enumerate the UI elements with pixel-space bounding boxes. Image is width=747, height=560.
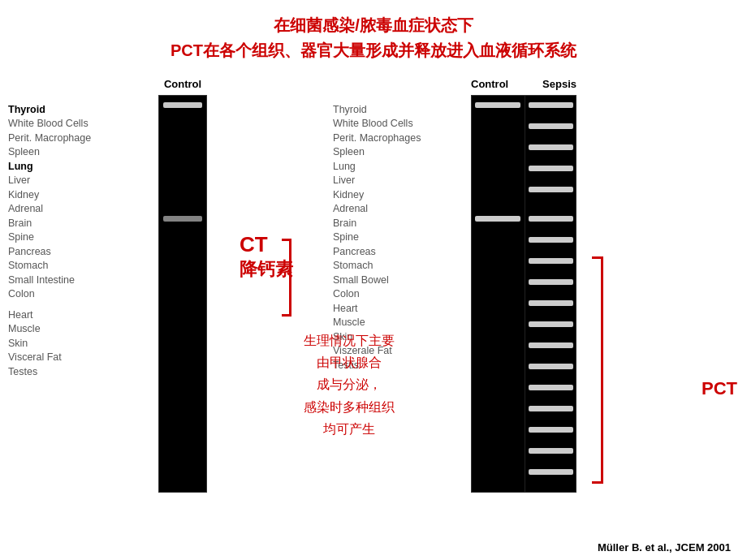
left-gel-band [163,216,202,222]
left-label-item: Stomach [8,259,146,274]
dual-label: Control Sepsis [471,78,576,90]
right-sepsis-band [529,448,573,454]
right-label-item: Lung [333,159,459,174]
left-label-item: Thyroid [8,102,146,117]
right-sepsis-band [529,385,573,390]
pct-label: PCT [702,378,737,399]
title-line2: PCT在各个组织、器官大量形成并释放进入血液循环系统 [16,40,731,62]
left-label-item: Colon [8,287,146,302]
left-label-item: Spleen [8,145,146,160]
left-label-item: Lung [8,159,146,174]
left-control-label: Control [164,78,201,90]
left-label-item: Brain [8,216,146,230]
left-label-item: Spine [8,230,146,245]
left-label-item: Heart [8,308,146,322]
right-label-item: Perit. Macrophages [333,131,459,145]
right-label-item: Thyroid [333,102,459,117]
left-label-item: Small Intestine [8,273,146,287]
ct-sub-label: 降钙素 [240,257,293,282]
right-sepsis-band [529,102,573,108]
right-sepsis-label: Sepsis [542,78,576,90]
right-label-item: Adrenal [333,202,459,217]
right-label-item: Pancreas [333,244,459,259]
middle-annotation: 生理情况下主要 由甲状腺合 成与分泌， 感染时多种组织 均可产生 [268,330,430,440]
left-gel-band [163,102,202,108]
left-label-item: Perit. Macrophage [8,131,146,145]
title-line1: 在细菌感染/脓毒血症状态下 [16,15,731,37]
right-label-item: Spleen [333,145,459,160]
right-label-list: ThyroidWhite Blood CellsPerit. Macrophag… [333,78,459,373]
left-label-item: Kidney [8,187,146,202]
right-gel-area: Control Sepsis [459,78,589,493]
left-label-list: ThyroidWhite Blood CellsPerit. Macrophag… [8,78,146,379]
right-label-item: White Blood Cells [333,117,459,131]
right-sepsis-band [529,187,573,192]
left-label-item: White Blood Cells [8,117,146,131]
right-label-item: Small Bowel [333,273,459,287]
right-sepsis-band [529,237,573,243]
left-label-item: Skin [8,336,146,351]
main-content: ThyroidWhite Blood CellsPerit. Macrophag… [0,78,747,493]
citation: Müller B. et al., JCEM 2001 [598,541,731,554]
left-gel-area: Control [146,78,219,493]
right-label-item: Liver [333,174,459,188]
ct-main-label: CT [240,232,293,257]
left-label-item: Visceral Fat [8,351,146,365]
right-control-label: Control [471,78,508,90]
gel-divider [525,96,525,492]
right-sepsis-band [529,342,573,348]
right-sepsis-band [529,427,573,433]
right-sepsis-band [529,406,573,411]
right-sepsis-band [529,216,573,222]
left-label-item: Liver [8,174,146,188]
right-label-item: Kidney [333,187,459,202]
right-label-item: Muscle [333,316,459,330]
right-sepsis-band [529,364,573,369]
title-area: 在细菌感染/脓毒血症状态下 PCT在各个组织、器官大量形成并释放进入血液循环系统 [0,0,747,70]
right-control-band [475,102,520,108]
right-label-item: Colon [333,287,459,302]
right-sepsis-band [529,279,573,285]
left-label-item: Adrenal [8,202,146,217]
right-label-item: Spine [333,230,459,245]
left-label-item: Testes [8,364,146,379]
ct-label-area: CT 降钙素 [240,232,293,282]
pct-bracket [592,256,603,484]
right-label-item: Brain [333,216,459,230]
right-label-item: Heart [333,301,459,316]
right-sepsis-band [529,469,573,475]
right-sepsis-band [529,166,573,171]
right-dual-gel [471,95,576,493]
right-sepsis-band [529,144,573,150]
right-label-item: Stomach [333,259,459,274]
right-sepsis-band [529,300,573,306]
right-sepsis-band [529,321,573,327]
pct-bracket-area [592,78,603,484]
left-gel-strip [158,95,207,493]
right-sepsis-band [529,258,573,264]
left-label-item: Muscle [8,322,146,337]
right-control-band [475,216,520,222]
left-label-item: Pancreas [8,244,146,259]
right-sepsis-band [529,123,573,129]
